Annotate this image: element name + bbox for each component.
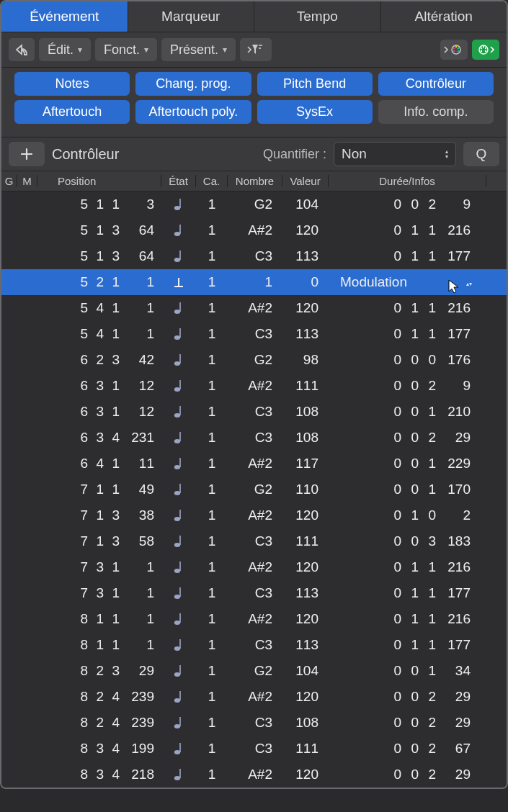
filter-info-comp[interactable]: Info. comp. xyxy=(378,100,494,124)
filter-sysex[interactable]: SysEx xyxy=(257,100,373,124)
cell-channel[interactable]: 1 xyxy=(196,404,228,420)
cell-value[interactable]: 0 xyxy=(282,274,329,290)
filter-notes[interactable]: Notes xyxy=(14,72,130,96)
cell-number[interactable]: C3 xyxy=(228,326,282,342)
filter-pitch-bend[interactable]: Pitch Bend xyxy=(257,72,373,96)
cell-channel[interactable]: 1 xyxy=(196,611,228,627)
cell-position[interactable]: 71358 xyxy=(37,533,161,549)
add-event-button[interactable] xyxy=(9,142,45,166)
col-value[interactable]: Valeur xyxy=(282,175,329,187)
cell-value[interactable]: 113 xyxy=(282,248,329,264)
cell-channel[interactable]: 1 xyxy=(196,767,228,782)
col-number[interactable]: Nombre xyxy=(228,175,282,187)
cell-number[interactable]: A#2 xyxy=(228,300,282,316)
cell-position[interactable]: 8111 xyxy=(37,611,161,627)
cell-status[interactable] xyxy=(161,741,196,756)
cell-duration[interactable]: 003183 xyxy=(329,533,486,549)
cell-status[interactable] xyxy=(161,327,196,341)
cell-value[interactable]: 120 xyxy=(282,508,329,523)
cell-duration[interactable]: 001170 xyxy=(329,482,486,497)
cell-duration[interactable]: 00267 xyxy=(329,741,486,757)
cell-status[interactable] xyxy=(161,405,196,419)
cell-number[interactable]: C3 xyxy=(228,404,282,420)
cell-channel[interactable]: 1 xyxy=(196,300,228,316)
cell-status[interactable] xyxy=(161,249,196,263)
cell-status[interactable] xyxy=(161,716,196,730)
functions-menu[interactable]: Fonct.▾ xyxy=(95,38,157,61)
filter-aftertouch[interactable]: Aftertouch xyxy=(14,100,130,124)
cell-status[interactable] xyxy=(161,301,196,315)
cell-status[interactable] xyxy=(161,223,196,238)
cell-number[interactable]: C3 xyxy=(228,637,282,653)
cell-position[interactable]: 5113 xyxy=(37,197,161,212)
cell-status[interactable] xyxy=(161,586,196,600)
cell-status[interactable] xyxy=(161,197,196,212)
cell-position[interactable]: 63112 xyxy=(37,378,161,394)
cell-number[interactable]: G2 xyxy=(228,197,282,212)
cell-position[interactable]: 834199 xyxy=(37,741,161,757)
cell-channel[interactable]: 1 xyxy=(196,559,228,575)
cell-value[interactable]: 120 xyxy=(282,611,329,627)
cell-value[interactable]: 108 xyxy=(282,715,329,731)
filter-program-change[interactable]: Chang. prog. xyxy=(135,72,251,96)
cell-number[interactable]: G2 xyxy=(228,352,282,368)
tab-signature[interactable]: Altération xyxy=(381,1,507,32)
cell-channel[interactable]: 1 xyxy=(196,637,228,653)
cell-status[interactable] xyxy=(161,664,196,678)
edit-menu[interactable]: Édit.▾ xyxy=(39,38,91,61)
col-status[interactable]: État xyxy=(161,175,196,187)
quantize-button[interactable]: Q xyxy=(463,142,499,166)
table-row[interactable]: 73111A#2120011216 xyxy=(1,554,507,580)
table-row[interactable]: 823291G210400134 xyxy=(1,658,507,684)
table-row[interactable]: 81111C3113011177 xyxy=(1,632,507,658)
table-row[interactable]: 54111A#2120011216 xyxy=(1,295,507,321)
cell-position[interactable]: 8111 xyxy=(37,637,161,653)
col-duration[interactable]: Durée/Infos xyxy=(329,175,486,187)
cell-duration[interactable]: 011177 xyxy=(329,637,486,653)
cell-value[interactable]: 120 xyxy=(282,559,329,575)
cell-channel[interactable]: 1 xyxy=(196,352,228,368)
tab-tempo[interactable]: Tempo xyxy=(254,1,381,32)
cell-number[interactable]: C3 xyxy=(228,715,282,731)
cell-duration[interactable]: 0102 xyxy=(329,508,486,523)
cell-status[interactable] xyxy=(161,353,196,367)
table-row[interactable]: 623421G298000176 xyxy=(1,347,507,373)
cell-value[interactable]: 98 xyxy=(282,352,329,368)
col-g[interactable]: G xyxy=(1,175,17,187)
cell-status[interactable] xyxy=(161,482,196,497)
cell-value[interactable]: 104 xyxy=(282,663,329,679)
cell-duration[interactable]: 011177 xyxy=(329,248,486,264)
cell-position[interactable]: 63112 xyxy=(37,404,161,420)
cell-value[interactable]: 108 xyxy=(282,404,329,420)
cell-duration[interactable]: Modulation▴▾ xyxy=(329,274,486,290)
cell-duration[interactable]: 0029 xyxy=(329,378,486,394)
cell-position[interactable]: 5211 xyxy=(37,274,161,290)
cell-number[interactable]: C3 xyxy=(228,430,282,446)
cell-number[interactable]: A#2 xyxy=(228,559,282,575)
color-in-button[interactable] xyxy=(440,40,468,60)
cell-channel[interactable]: 1 xyxy=(196,482,228,497)
cell-duration[interactable]: 011177 xyxy=(329,326,486,342)
cell-value[interactable]: 113 xyxy=(282,326,329,342)
cell-duration[interactable]: 011216 xyxy=(329,611,486,627)
cell-value[interactable]: 120 xyxy=(282,222,329,238)
cell-duration[interactable]: 00229 xyxy=(329,767,486,782)
quantize-select[interactable]: Non ▴▾ xyxy=(334,142,456,166)
cell-channel[interactable]: 1 xyxy=(196,222,228,238)
cell-number[interactable]: G2 xyxy=(228,482,282,497)
cell-duration[interactable]: 00134 xyxy=(329,663,486,679)
filter-controller[interactable]: Contrôleur xyxy=(378,72,494,96)
filter-button[interactable] xyxy=(240,38,272,61)
cell-status[interactable] xyxy=(161,456,196,471)
cell-channel[interactable]: 1 xyxy=(196,663,228,679)
cell-position[interactable]: 64111 xyxy=(37,456,161,472)
cell-status[interactable] xyxy=(161,690,196,704)
tab-marker[interactable]: Marqueur xyxy=(128,1,255,32)
table-row[interactable]: 713581C3111003183 xyxy=(1,528,507,554)
table-row[interactable]: 631121C3108001210 xyxy=(1,399,507,425)
cell-number[interactable]: A#2 xyxy=(228,767,282,782)
table-row[interactable]: 73111C3113011177 xyxy=(1,580,507,606)
cell-status[interactable] xyxy=(161,430,196,445)
cell-value[interactable]: 110 xyxy=(282,482,329,497)
cell-position[interactable]: 51364 xyxy=(37,222,161,238)
